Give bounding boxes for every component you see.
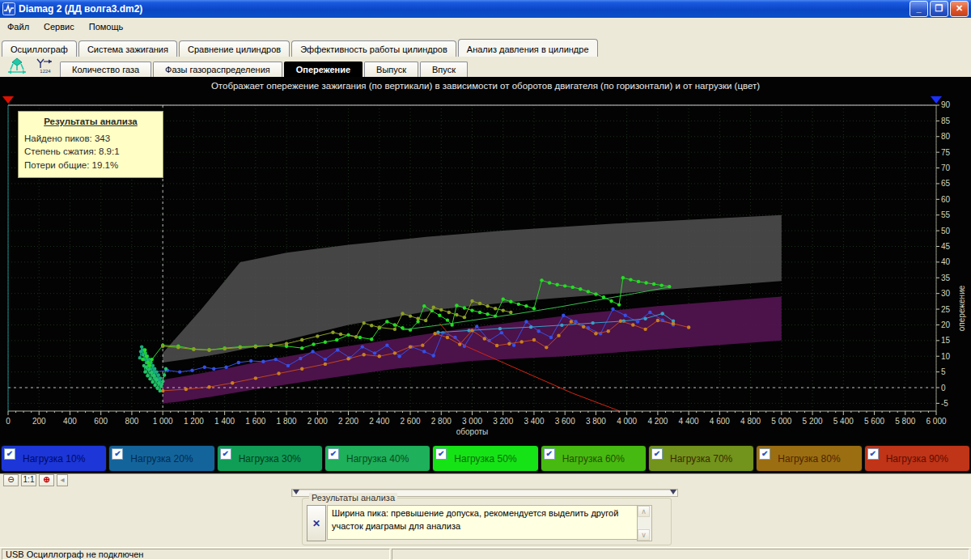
legend-checkbox[interactable]: ✔ xyxy=(220,448,231,460)
series-point xyxy=(223,347,226,350)
x-tick-label: 3 200 xyxy=(493,417,513,426)
legend-checkbox[interactable]: ✔ xyxy=(759,448,770,460)
series-point xyxy=(643,316,647,320)
minimize-button[interactable]: _ xyxy=(910,1,928,17)
legend-button-Нагрузка 60%[interactable]: ✔Нагрузка 60% xyxy=(541,445,647,472)
x-tick-label: 3 800 xyxy=(586,417,606,426)
y-tick-label: 35 xyxy=(941,274,951,282)
tab-Осциллограф[interactable]: Осциллограф xyxy=(2,40,77,57)
dismiss-message-button[interactable]: ✕ xyxy=(307,505,326,541)
main-tab-bar: ОсциллографСистема зажиганияСравнение ци… xyxy=(0,36,971,57)
legend-checkbox[interactable]: ✔ xyxy=(112,448,123,460)
y-tick-label: 10 xyxy=(941,352,951,361)
zoom-ratio-button[interactable]: 1:1 xyxy=(21,474,36,486)
x-tick-label: 3 400 xyxy=(524,417,544,426)
slider-right-thumb[interactable] xyxy=(670,490,676,494)
series-point xyxy=(416,316,419,320)
series-point xyxy=(176,346,180,349)
series-point xyxy=(150,371,153,374)
results-scrollbar[interactable]: ∧ ∨ xyxy=(637,505,652,541)
x-tick-label: 200 xyxy=(32,417,46,426)
tab-Сравнение цилиндров[interactable]: Сравнение цилиндров xyxy=(179,40,290,57)
subtab-Опережение[interactable]: Опережение xyxy=(284,62,363,77)
subtab-Количество газа[interactable]: Количество газа xyxy=(60,62,151,77)
range-marker-right[interactable] xyxy=(931,96,942,104)
series-point xyxy=(151,358,154,361)
series-point xyxy=(354,335,358,338)
x-tick-label: 5 600 xyxy=(864,417,884,426)
x-tick-label: 800 xyxy=(125,417,139,426)
close-button[interactable]: ✕ xyxy=(950,1,969,17)
series-point xyxy=(433,332,436,335)
x-tick-label: 4 000 xyxy=(617,417,637,426)
legend-button-Нагрузка 40%[interactable]: ✔Нагрузка 40% xyxy=(324,445,430,472)
series-point xyxy=(560,324,563,327)
scroll-down-arrow[interactable]: ∨ xyxy=(638,529,650,541)
chart-description: Отображает опережение зажигания (по верт… xyxy=(0,81,971,91)
legend-checkbox[interactable]: ✔ xyxy=(651,448,663,460)
x-tick-label: 4 400 xyxy=(679,417,699,426)
menu-item-Сервис[interactable]: Сервис xyxy=(36,19,82,34)
series-point xyxy=(203,366,206,369)
y-tick-label: 25 xyxy=(941,305,951,314)
tab-Система зажигания[interactable]: Система зажигания xyxy=(78,40,177,57)
legend-button-Нагрузка 10%[interactable]: ✔Нагрузка 10% xyxy=(1,445,107,472)
legend-button-Нагрузка 30%[interactable]: ✔Нагрузка 30% xyxy=(217,445,323,472)
series-point xyxy=(249,359,252,363)
legend-checkbox[interactable]: ✔ xyxy=(867,448,879,460)
restore-button[interactable]: ❐ xyxy=(930,1,948,17)
series-point xyxy=(579,287,582,291)
slider-left-thumb[interactable] xyxy=(293,490,299,494)
series-point xyxy=(416,320,419,323)
legend-button-Нагрузка 70%[interactable]: ✔Нагрузка 70% xyxy=(648,445,754,472)
legend-button-Нагрузка 20%[interactable]: ✔Нагрузка 20% xyxy=(108,445,214,472)
series-point xyxy=(274,358,278,361)
series-point xyxy=(148,377,151,380)
legend-button-Нагрузка 80%[interactable]: ✔Нагрузка 80% xyxy=(756,445,862,472)
series-point xyxy=(537,329,541,333)
zoom-in-button[interactable]: ⊕ xyxy=(39,474,54,486)
scroll-left-button[interactable]: ◂ xyxy=(57,474,68,486)
menu-item-Файл[interactable]: Файл xyxy=(0,19,36,34)
series-point xyxy=(643,328,647,331)
y-tick-label: 90 xyxy=(941,100,951,109)
y-tick-label: 60 xyxy=(941,195,951,204)
results-groupbox: Результаты анализа ✕ Ширина пика: превыш… xyxy=(302,498,672,545)
legend-button-Нагрузка 90%[interactable]: ✔Нагрузка 90% xyxy=(864,445,970,472)
series-point xyxy=(446,336,449,339)
menu-item-Помощь[interactable]: Помощь xyxy=(82,19,131,34)
series-point xyxy=(141,358,144,361)
legend-button-Нагрузка 50%[interactable]: ✔Нагрузка 50% xyxy=(432,445,538,472)
series-point xyxy=(153,384,156,387)
y-tick-label: 55 xyxy=(941,210,951,219)
series-point xyxy=(524,304,528,308)
counter-icon[interactable]: 1224 xyxy=(34,57,55,74)
series-point xyxy=(143,370,146,373)
subtab-Выпуск[interactable]: Выпуск xyxy=(364,62,418,77)
range-marker-left[interactable] xyxy=(2,96,14,104)
series-point xyxy=(436,331,439,334)
legend-checkbox[interactable]: ✔ xyxy=(435,448,447,460)
legend-checkbox[interactable]: ✔ xyxy=(4,448,15,460)
series-point xyxy=(140,345,143,348)
series-point xyxy=(549,336,553,339)
series-point xyxy=(393,328,396,331)
signal-analysis-icon[interactable] xyxy=(6,57,28,74)
range-markers[interactable] xyxy=(2,96,942,104)
legend-checkbox[interactable]: ✔ xyxy=(328,448,339,460)
x-tick-label: 0 xyxy=(6,417,11,426)
series-point xyxy=(237,361,240,364)
legend-checkbox[interactable]: ✔ xyxy=(544,448,555,460)
series-point xyxy=(672,322,675,325)
series-point xyxy=(509,300,512,303)
series-point xyxy=(631,323,634,326)
series-point xyxy=(555,283,558,286)
tab-Анализ давления в цилиндре[interactable]: Анализ давления в цилиндре xyxy=(458,39,598,57)
scroll-up-arrow[interactable]: ∧ xyxy=(638,506,650,517)
zoom-out-button[interactable]: ⊖ xyxy=(3,474,19,486)
tab-Эффективность работы цилиндров[interactable]: Эффективность работы цилиндров xyxy=(291,40,456,57)
series-point xyxy=(509,311,512,314)
subtab-Фазы газораспределения[interactable]: Фазы газораспределения xyxy=(153,62,282,77)
series-point xyxy=(422,350,426,353)
subtab-Впуск[interactable]: Впуск xyxy=(420,62,468,77)
